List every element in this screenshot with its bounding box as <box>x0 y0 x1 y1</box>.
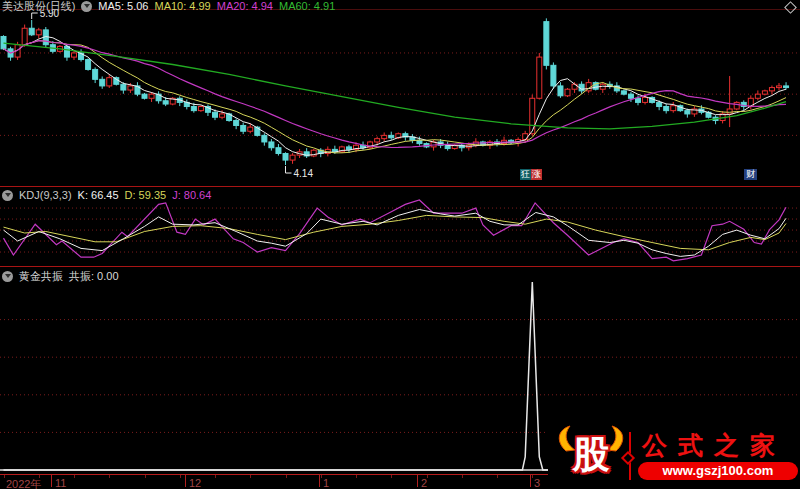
logo-url-pill[interactable]: www.gszj100.com <box>638 462 798 480</box>
candlestick-chart[interactable]: 5.904.14 <box>0 9 800 183</box>
axis-week-tick <box>356 475 357 478</box>
collapse-main-icon[interactable] <box>81 1 92 12</box>
axis-week-tick <box>427 475 428 478</box>
axis-week-tick <box>74 475 75 478</box>
panel-separator-1[interactable] <box>0 186 800 187</box>
signal-panel-header: 黄金共振 共振: 0.00 <box>2 270 119 282</box>
axis-week-tick <box>4 475 5 478</box>
axis-week-tick <box>286 475 287 478</box>
collapse-kdj-icon[interactable] <box>2 190 13 201</box>
axis-month-label: 2 <box>421 477 427 489</box>
ma60-label: MA60: 4.91 <box>279 0 335 12</box>
axis-month-tick <box>185 475 186 487</box>
axis-month-tick <box>51 475 52 487</box>
axis-week-tick <box>39 475 40 478</box>
axis-week-tick <box>462 475 463 478</box>
axis-month-label: 11 <box>55 477 66 489</box>
main-panel-header: 美达股份(日线) MA5: 5.06 MA10: 4.99 MA20: 4.94… <box>2 0 335 12</box>
finance-marker-tag[interactable]: 财 <box>744 169 757 180</box>
signal-title: 黄金共振 <box>19 270 63 282</box>
ma20-label: MA20: 4.94 <box>217 0 273 12</box>
axis-week-tick <box>497 475 498 478</box>
axis-week-tick <box>109 475 110 478</box>
logo-stock-char: 股 <box>568 428 614 482</box>
axis-month-tick <box>319 475 320 487</box>
stock-title: 美达股份(日线) <box>2 0 75 12</box>
rally-marker-char2: 涨 <box>531 169 542 180</box>
axis-week-tick <box>321 475 322 478</box>
kdj-k-value: K: 66.45 <box>78 189 119 201</box>
collapse-signal-icon[interactable] <box>2 271 13 282</box>
axis-week-tick <box>250 475 251 478</box>
axis-week-tick <box>532 475 533 478</box>
kdj-panel-header: KDJ(9,3,3) K: 66.45 D: 59.35 J: 80.64 <box>2 189 211 201</box>
axis-week-tick <box>391 475 392 478</box>
kdj-j-value: J: 80.64 <box>172 189 211 201</box>
rally-marker-tag[interactable]: 狂 涨 <box>520 169 542 180</box>
ma10-label: MA10: 4.99 <box>154 0 210 12</box>
bull-icon: 股 <box>552 424 630 488</box>
axis-week-tick <box>145 475 146 478</box>
axis-month-label: 12 <box>189 477 201 489</box>
axis-week-tick <box>215 475 216 478</box>
signal-value: 共振: 0.00 <box>69 270 119 282</box>
logo-brand-name: 公式之家 <box>642 429 786 462</box>
ma5-label: MA5: 5.06 <box>98 0 148 12</box>
axis-year-label: 2022年 <box>6 477 41 489</box>
stock-app-window: 美达股份(日线) MA5: 5.06 MA10: 4.99 MA20: 4.94… <box>0 0 800 489</box>
axis-month-label: 1 <box>323 477 329 489</box>
kdj-title: KDJ(9,3,3) <box>19 189 72 201</box>
axis-month-tick <box>530 475 531 487</box>
rally-marker-char1: 狂 <box>520 169 531 180</box>
axis-month-label: 3 <box>534 477 540 489</box>
kdj-d-value: D: 59.35 <box>125 189 167 201</box>
axis-week-tick <box>180 475 181 478</box>
watermark-logo: 股 公式之家 www.gszj100.com <box>548 424 800 489</box>
panel-separator-2[interactable] <box>0 266 800 267</box>
svg-text:4.14: 4.14 <box>294 168 314 179</box>
axis-month-tick <box>417 475 418 487</box>
